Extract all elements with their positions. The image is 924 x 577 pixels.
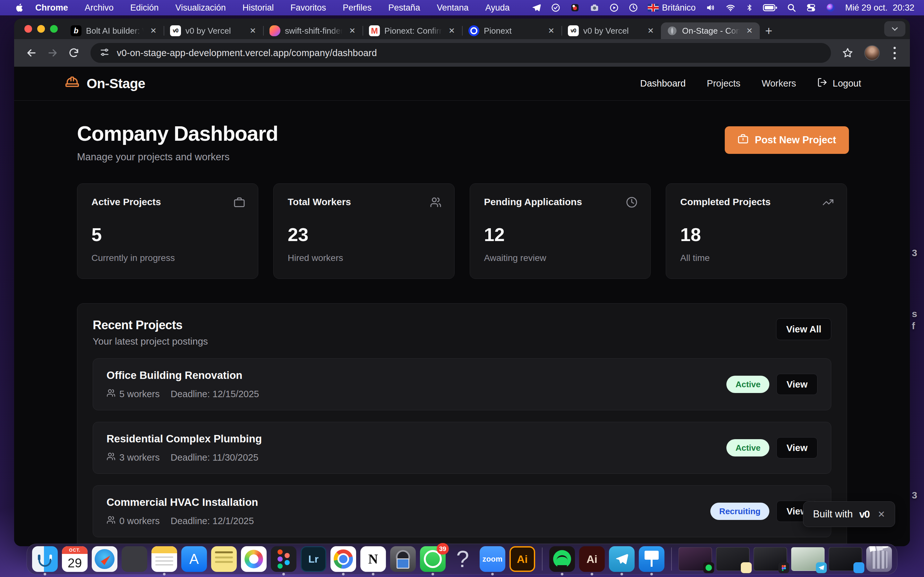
dock-appstore-icon[interactable]: A	[181, 546, 207, 572]
reload-button[interactable]	[65, 44, 83, 62]
dock-illustrator-icon[interactable]: Ai	[509, 546, 535, 572]
new-tab-button[interactable]	[760, 23, 778, 39]
camera-menu-icon[interactable]	[590, 3, 599, 13]
record-menu-icon[interactable]	[570, 3, 580, 13]
back-button[interactable]	[23, 44, 40, 62]
menu-favoritos[interactable]: Favoritos	[282, 3, 334, 13]
menu-perfiles[interactable]: Perfiles	[334, 3, 380, 13]
tab-gmail-pionext[interactable]: M Pionext: Confirm	[363, 23, 462, 39]
built-with-v0-badge[interactable]: Built with v0 ✕	[803, 501, 895, 527]
keynote-badge-icon	[853, 562, 864, 573]
tab-v0-2[interactable]: v0 v0 by Vercel	[562, 23, 661, 39]
tab-close-icon[interactable]	[148, 26, 158, 36]
battery-menu-icon[interactable]	[763, 3, 777, 13]
forward-button[interactable]	[44, 44, 61, 62]
dock-minimized-window[interactable]	[791, 547, 825, 571]
dock-finder-icon[interactable]	[32, 546, 58, 572]
clock-icon	[626, 197, 638, 210]
logout-button[interactable]: Logout	[817, 77, 861, 90]
menubar-clock[interactable]: Mié 29 oct. 20:32	[845, 3, 914, 13]
dock-trash-icon[interactable]	[866, 546, 892, 572]
dock-telegram-icon[interactable]	[609, 546, 635, 572]
dock-chrome-icon[interactable]	[330, 546, 356, 572]
fullscreen-window-button[interactable]	[50, 25, 58, 33]
dock-spotify-icon[interactable]	[549, 546, 575, 572]
dock-adobe-icon[interactable]: Ai	[579, 546, 605, 572]
dock-minimized-window[interactable]	[829, 547, 862, 571]
chrome-menu-icon[interactable]	[887, 47, 901, 59]
dock-lightroom-icon[interactable]: Lr	[300, 546, 326, 572]
tab-close-icon[interactable]	[347, 26, 357, 36]
control-center-menu-icon[interactable]	[806, 3, 816, 13]
tab-on-stage-active[interactable]: On-Stage - Const	[661, 23, 760, 39]
menu-ventana[interactable]: Ventana	[428, 3, 477, 13]
tab-close-icon[interactable]	[546, 26, 556, 36]
input-source-menu[interactable]: Británico	[648, 3, 696, 13]
close-icon[interactable]: ✕	[878, 509, 885, 520]
dock-figma-icon[interactable]	[271, 546, 296, 572]
brand[interactable]: On-Stage	[65, 75, 145, 93]
view-project-button[interactable]: View	[776, 374, 817, 395]
tab-title: Pionext: Confirm	[384, 26, 442, 36]
screen-capture-menu-icon[interactable]	[551, 3, 561, 13]
tab-close-icon[interactable]	[447, 26, 457, 36]
dock-photos-icon[interactable]	[241, 546, 267, 572]
apple-menu-icon[interactable]	[15, 3, 26, 13]
url-text[interactable]: v0-on-stage-app-development.vercel.app/c…	[117, 48, 377, 58]
tab-close-icon[interactable]	[744, 26, 754, 36]
menu-ayuda[interactable]: Ayuda	[477, 3, 518, 13]
tab-bolt[interactable]: b Bolt AI builder: W	[65, 23, 164, 39]
dock-zoom-icon[interactable]: zoom	[480, 546, 505, 572]
telegram-menu-icon[interactable]	[531, 3, 541, 13]
calendar-day: 29	[68, 554, 82, 572]
menu-edicion[interactable]: Edición	[122, 3, 167, 13]
view-all-button[interactable]: View All	[776, 318, 831, 340]
nav-dashboard[interactable]: Dashboard	[640, 78, 686, 89]
volume-menu-icon[interactable]	[705, 3, 716, 13]
dock-safari-icon[interactable]	[92, 546, 118, 572]
dock-keynote-icon[interactable]	[639, 546, 664, 572]
minimize-window-button[interactable]	[37, 25, 45, 33]
address-bar[interactable]: v0-on-stage-app-development.vercel.app/c…	[90, 43, 831, 63]
calendar-month: OCT.	[62, 546, 87, 554]
close-window-button[interactable]	[24, 25, 32, 33]
recent-projects-section: Recent Projects Your latest project post…	[77, 303, 847, 546]
dock-stickies-icon[interactable]	[211, 546, 237, 572]
nav-workers[interactable]: Workers	[762, 78, 796, 89]
site-settings-icon[interactable]	[99, 47, 110, 59]
dock-minimized-window[interactable]	[716, 547, 750, 571]
stat-card-active-projects: Active Projects 5 Currently in progress	[77, 183, 258, 279]
tab-pionext[interactable]: Pionext	[463, 23, 561, 39]
dock-minimized-window[interactable]	[754, 547, 787, 571]
dock-help-icon[interactable]: ?	[450, 546, 475, 572]
menu-archivo[interactable]: Archivo	[76, 3, 122, 13]
dock-notion-icon[interactable]: N	[360, 546, 386, 572]
dock-notes-icon[interactable]	[152, 546, 177, 572]
tab-v0-1[interactable]: v0 v0 by Vercel	[164, 23, 263, 39]
menu-historial[interactable]: Historial	[234, 3, 282, 13]
tab-close-icon[interactable]	[646, 26, 656, 36]
bluetooth-menu-icon[interactable]	[746, 3, 753, 13]
wifi-menu-icon[interactable]	[725, 3, 736, 13]
spotlight-menu-icon[interactable]	[787, 3, 796, 13]
bookmark-star-icon[interactable]	[838, 44, 857, 62]
dock-launchpad-icon[interactable]	[121, 546, 147, 572]
menu-visualizacion[interactable]: Visualización	[167, 3, 234, 13]
dock-image-capture-icon[interactable]	[390, 546, 416, 572]
tab-close-icon[interactable]	[248, 26, 258, 36]
tab-swift-shift-finder[interactable]: swift-shift-finder	[264, 23, 363, 39]
tab-strip: b Bolt AI builder: W v0 v0 by Vercel swi…	[14, 19, 910, 39]
siri-menu-icon[interactable]	[826, 3, 835, 13]
history-menu-icon[interactable]	[628, 3, 638, 13]
menu-pestana[interactable]: Pestaña	[380, 3, 428, 13]
menu-chrome[interactable]: Chrome	[35, 3, 76, 13]
dock-minimized-window[interactable]	[678, 547, 712, 571]
post-new-project-button[interactable]: Post New Project	[725, 126, 849, 154]
profile-avatar[interactable]	[864, 45, 880, 61]
tab-search-button[interactable]	[884, 21, 905, 37]
nav-projects[interactable]: Projects	[707, 78, 740, 89]
globe-favicon	[667, 25, 678, 36]
dock-calendar-icon[interactable]: OCT. 29	[62, 546, 87, 572]
view-project-button[interactable]: View	[776, 437, 817, 458]
play-circle-menu-icon[interactable]	[609, 3, 619, 13]
